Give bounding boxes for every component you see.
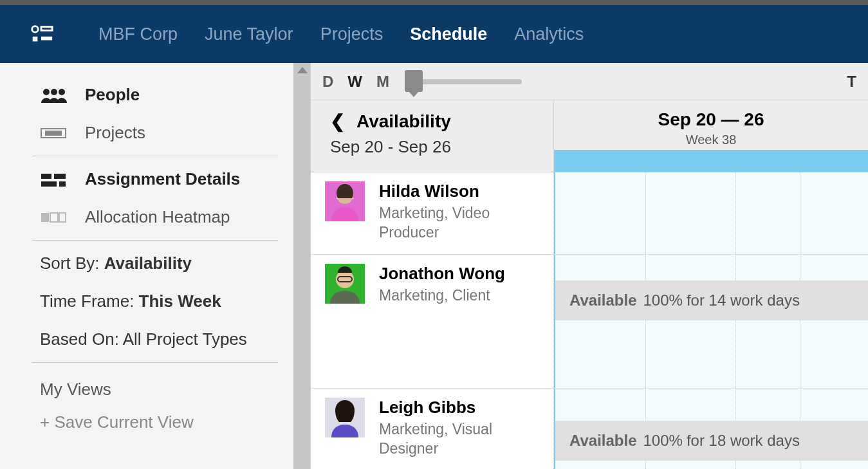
subheader: ❮ Availability Sep 20 - Sep 26 Sep 20 — … <box>311 100 868 172</box>
nav-projects[interactable]: Projects <box>320 24 383 44</box>
svg-rect-14 <box>50 213 58 222</box>
app-logo-icon <box>29 22 53 46</box>
sidebar-people[interactable]: People <box>40 76 291 114</box>
availability-label: Available <box>569 291 637 309</box>
svg-point-0 <box>32 26 39 33</box>
filter-sort-by[interactable]: Sort By: Availability <box>40 244 291 282</box>
nav-user[interactable]: June Taylor <box>205 24 293 44</box>
assignment-details-icon <box>40 172 67 187</box>
zoom-slider-handle[interactable] <box>405 70 423 92</box>
sidebar-projects[interactable]: Projects <box>40 114 291 152</box>
sidebar: People Projects Assignment Details <box>0 63 310 469</box>
svg-rect-2 <box>33 37 38 42</box>
person-timeline[interactable] <box>554 172 868 254</box>
filter-sort-value: Availability <box>104 253 192 273</box>
availability-duration: for 14 work days <box>687 291 800 309</box>
person-info[interactable]: Hilda Wilson Marketing, Video Producer <box>311 172 554 254</box>
projects-icon <box>40 125 67 141</box>
person-name: Leigh Gibbs <box>379 398 539 418</box>
filter-timeframe-label: Time Frame: <box>40 291 139 311</box>
avatar <box>325 181 365 221</box>
save-current-view[interactable]: + Save Current View <box>40 406 291 439</box>
person-info[interactable]: Leigh Gibbs Marketing, Visual Designer <box>311 389 554 469</box>
person-row: Leigh Gibbs Marketing, Visual Designer A… <box>311 389 868 469</box>
content-area: D W M T Aug 16 Aug 23 Aug 30 ❮ Availabil… <box>310 63 868 469</box>
availability-bar[interactable]: Available 100% for 18 work days <box>555 421 868 461</box>
nav-schedule[interactable]: Schedule <box>410 24 487 44</box>
svg-rect-8 <box>45 131 62 136</box>
app-header: MBF Corp June Taylor Projects Schedule A… <box>0 0 868 63</box>
person-name: Jonathon Wong <box>379 264 505 284</box>
zoom-month[interactable]: M <box>376 73 389 91</box>
availability-percent: 100% <box>643 291 683 309</box>
person-timeline[interactable]: Available 100% for 18 work days <box>554 389 868 469</box>
filter-basedon-label: Based On: All Project Types <box>40 329 247 349</box>
person-row: Hilda Wilson Marketing, Video Producer <box>311 172 868 255</box>
allocation-heatmap-icon <box>40 210 67 225</box>
person-role: Marketing, Visual Designer <box>379 420 539 459</box>
sidebar-allocation-heatmap-label: Allocation Heatmap <box>85 207 230 227</box>
sidebar-assignment-details-label: Assignment Details <box>85 169 240 189</box>
zoom-slider[interactable] <box>406 79 522 84</box>
filter-time-frame[interactable]: Time Frame: This Week <box>40 282 291 320</box>
sidebar-people-label: People <box>85 85 140 105</box>
availability-duration: for 18 work days <box>687 432 800 450</box>
svg-rect-1 <box>41 27 52 31</box>
people-icon <box>40 87 67 103</box>
svg-rect-13 <box>41 213 49 222</box>
week-subtitle: Week 38 <box>554 133 868 147</box>
nav-analytics[interactable]: Analytics <box>514 24 584 44</box>
time-controls: D W M T Aug 16 Aug 23 Aug 30 <box>311 63 868 100</box>
svg-rect-11 <box>41 181 57 187</box>
svg-rect-9 <box>41 174 51 179</box>
person-role: Marketing, Client <box>379 286 505 306</box>
svg-rect-3 <box>41 37 52 41</box>
availability-range: Sep 20 - Sep 26 <box>330 137 539 157</box>
svg-rect-15 <box>59 213 66 222</box>
person-name: Hilda Wilson <box>379 181 539 201</box>
availability-label: Available <box>569 432 637 450</box>
today-button[interactable]: T <box>847 73 856 91</box>
svg-point-5 <box>51 89 57 95</box>
zoom-week[interactable]: W <box>347 73 362 91</box>
my-views-heading: My Views <box>40 367 291 406</box>
svg-point-6 <box>59 89 65 95</box>
filter-timeframe-value: This Week <box>139 291 221 311</box>
person-info[interactable]: Jonathon Wong Marketing, Client <box>311 255 554 388</box>
sidebar-projects-label: Projects <box>85 123 145 143</box>
person-row: Jonathon Wong Marketing, Client Availabl… <box>311 255 868 389</box>
availability-percent: 100% <box>643 432 683 450</box>
svg-rect-10 <box>54 174 66 179</box>
filter-based-on[interactable]: Based On: All Project Types <box>40 320 291 358</box>
person-timeline[interactable]: Available 100% for 14 work days <box>554 255 868 388</box>
filter-sort-label: Sort By: <box>40 253 104 273</box>
svg-point-19 <box>336 270 354 288</box>
current-week-band <box>554 150 868 172</box>
svg-point-4 <box>43 89 50 95</box>
scroll-up-icon <box>297 67 308 73</box>
sidebar-assignment-details[interactable]: Assignment Details <box>40 160 291 198</box>
svg-rect-12 <box>59 181 66 187</box>
sidebar-scrollbar[interactable] <box>293 63 310 469</box>
avatar <box>325 398 365 437</box>
week-title: Sep 20 — 26 <box>554 100 868 130</box>
back-chevron-icon[interactable]: ❮ <box>330 111 345 132</box>
person-role: Marketing, Video Producer <box>379 204 539 243</box>
zoom-day[interactable]: D <box>322 73 333 91</box>
avatar <box>325 264 365 304</box>
nav-org[interactable]: MBF Corp <box>98 24 178 44</box>
availability-bar[interactable]: Available 100% for 14 work days <box>555 280 868 320</box>
people-list: Hilda Wilson Marketing, Video Producer J… <box>311 172 868 469</box>
availability-title: Availability <box>356 111 451 132</box>
sidebar-allocation-heatmap[interactable]: Allocation Heatmap <box>40 198 291 236</box>
